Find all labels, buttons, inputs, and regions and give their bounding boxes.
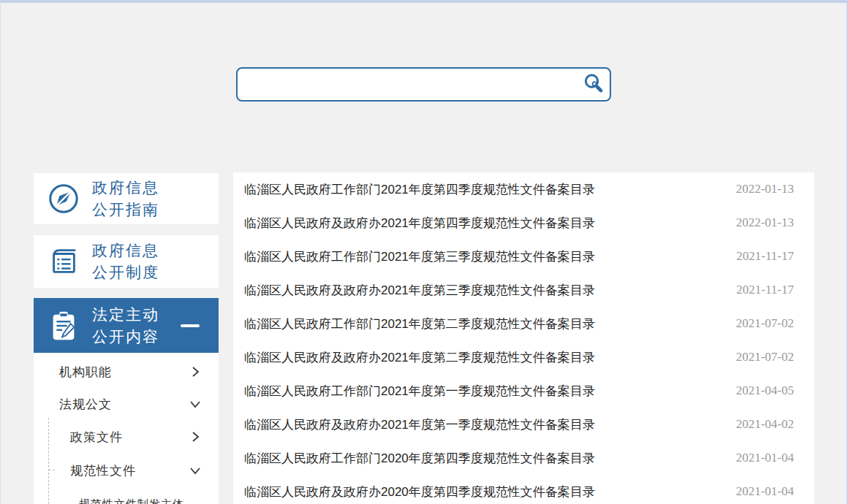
document-date: 2021-04-02: [736, 417, 794, 432]
menu-label: 政策文件: [70, 429, 189, 446]
sidebar-item-label: 政府信息 公开指南: [92, 177, 159, 221]
menu-label: 规范性文件制发主体: [79, 497, 201, 504]
document-date: 2021-04-05: [736, 383, 794, 398]
label-line-2: 公开内容: [92, 328, 159, 345]
list-item: 临淄区人民政府及政府办2021年度第一季度规范性文件备案目录 2021-04-0…: [244, 408, 794, 441]
chevron-right-icon: [189, 431, 201, 443]
sidebar-item-statutory-disclosure[interactable]: 法定主动 公开内容: [34, 298, 219, 353]
document-list: 临淄区人民政府工作部门2021年度第四季度规范性文件备案目录 2022-01-1…: [233, 172, 814, 504]
label-line-1: 法定主动: [92, 306, 159, 323]
sidebar-item-policy-documents[interactable]: 政策文件: [34, 420, 219, 454]
sidebar-item-normative-documents[interactable]: 规范性文件: [34, 454, 219, 487]
search-input[interactable]: [238, 69, 578, 100]
document-date: 2021-07-02: [736, 316, 794, 331]
search-button[interactable]: [578, 69, 610, 100]
sidebar-item-org-functions[interactable]: 机构职能: [34, 356, 219, 388]
document-link[interactable]: 临淄区人民政府工作部门2021年度第三季度规范性文件备案目录: [244, 248, 722, 265]
document-date: 2021-01-04: [736, 451, 794, 465]
sidebar-item-label: 法定主动 公开内容: [92, 304, 159, 348]
document-link[interactable]: 临淄区人民政府工作部门2020年度第四季度规范性文件备案目录: [244, 450, 722, 467]
document-link[interactable]: 临淄区人民政府工作部门2021年度第一季度规范性文件备案目录: [244, 383, 722, 400]
menu-label: 法规公文: [59, 396, 189, 413]
document-link[interactable]: 临淄区人民政府及政府办2021年度第二季度规范性文件备案目录: [244, 349, 722, 366]
chevron-right-icon: [189, 366, 201, 378]
menu-label: 机构职能: [59, 364, 189, 381]
label-line-1: 政府信息: [92, 179, 159, 196]
label-line-2: 公开指南: [92, 201, 159, 218]
document-date: 2021-11-17: [736, 283, 794, 297]
sidebar-item-guide[interactable]: 政府信息 公开指南: [34, 173, 219, 224]
document-link[interactable]: 临淄区人民政府工作部门2021年度第二季度规范性文件备案目录: [244, 316, 722, 332]
search-box: [236, 67, 611, 102]
list-item: 临淄区人民政府及政府办2020年度第四季度规范性文件备案目录 2021-01-0…: [244, 475, 794, 504]
sidebar-item-laws-documents[interactable]: 法规公文: [34, 388, 219, 420]
tree-connector-elbow: [49, 470, 55, 470]
list-item: 临淄区人民政府工作部门2021年度第二季度规范性文件备案目录 2021-07-0…: [244, 307, 794, 340]
document-date: 2022-01-13: [736, 182, 794, 196]
list-item: 临淄区人民政府及政府办2021年度第三季度规范性文件备案目录 2021-11-1…: [244, 273, 794, 307]
compass-icon: [47, 182, 80, 215]
notebook-icon: [47, 245, 80, 278]
gov-info-disclosure-page: 政府信息 公开指南 政府信息 公开制度: [0, 0, 848, 504]
clipboard-pencil-icon: [47, 309, 80, 343]
document-link[interactable]: 临淄区人民政府及政府办2021年度第三季度规范性文件备案目录: [244, 282, 722, 299]
sidebar: 政府信息 公开指南 政府信息 公开制度: [34, 173, 219, 504]
document-date: 2022-01-13: [736, 215, 794, 230]
tree-connector-line: [48, 418, 49, 504]
sidebar-submenu: 机构职能 法规公文 政策文件 规范性文件: [34, 353, 219, 504]
label-line-2: 公开制度: [92, 264, 159, 280]
document-link[interactable]: 临淄区人民政府及政府办2020年度第四季度规范性文件备案目录: [244, 484, 722, 500]
sidebar-item-system[interactable]: 政府信息 公开制度: [34, 235, 219, 288]
document-date: 2021-01-04: [736, 484, 794, 499]
document-link[interactable]: 临淄区人民政府及政府办2021年度第一季度规范性文件备案目录: [244, 416, 722, 433]
chevron-down-icon: [189, 465, 201, 476]
document-date: 2021-11-17: [736, 249, 794, 264]
sidebar-item-label: 政府信息 公开制度: [92, 240, 159, 283]
search-icon: [582, 72, 605, 97]
list-item: 临淄区人民政府工作部门2020年度第四季度规范性文件备案目录 2021-01-0…: [244, 441, 794, 475]
list-item: 临淄区人民政府及政府办2021年度第二季度规范性文件备案目录 2021-07-0…: [244, 340, 794, 374]
menu-label: 规范性文件: [70, 462, 189, 479]
sidebar-item-normative-issuing-body[interactable]: 规范性文件制发主体: [34, 487, 219, 504]
document-link[interactable]: 临淄区人民政府工作部门2021年度第四季度规范性文件备案目录: [244, 181, 722, 198]
list-item: 临淄区人民政府工作部门2021年度第三季度规范性文件备案目录 2021-11-1…: [244, 240, 794, 273]
list-item: 临淄区人民政府工作部门2021年度第四季度规范性文件备案目录 2022-01-1…: [244, 172, 794, 206]
document-link[interactable]: 临淄区人民政府及政府办2021年度第四季度规范性文件备案目录: [244, 215, 722, 232]
list-item: 临淄区人民政府工作部门2021年度第一季度规范性文件备案目录 2021-04-0…: [244, 374, 794, 408]
label-line-1: 政府信息: [92, 242, 159, 259]
document-date: 2021-07-02: [736, 350, 794, 364]
list-item: 临淄区人民政府及政府办2021年度第四季度规范性文件备案目录 2022-01-1…: [244, 206, 794, 240]
collapse-minus-icon[interactable]: [181, 324, 200, 327]
chevron-down-icon: [189, 398, 201, 410]
